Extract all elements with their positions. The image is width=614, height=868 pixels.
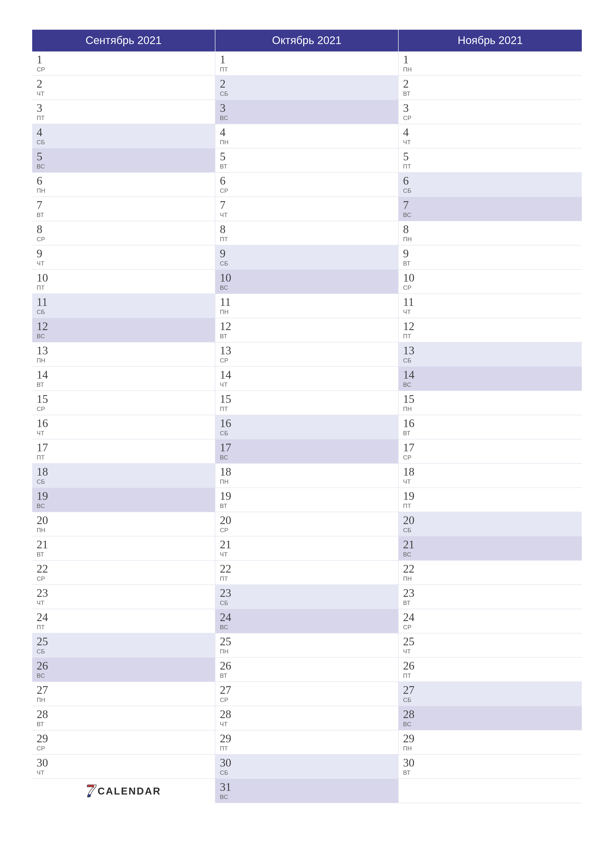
month-header: Ноябрь 2021 (399, 30, 582, 51)
day-cell: 28ВС (399, 706, 582, 730)
day-of-week-label: ЧТ (37, 90, 215, 97)
day-cell: 14ВТ (32, 367, 215, 391)
day-number: 22 (403, 563, 582, 575)
day-cell: 27СР (215, 682, 399, 706)
day-number: 7 (37, 199, 215, 211)
day-cell: 18ЧТ (399, 464, 582, 488)
day-number: 8 (220, 223, 398, 235)
day-number: 1 (37, 54, 215, 65)
month-column: Сентябрь 20211СР2ЧТ3ПТ4СБ5ВС6ПН7ВТ8СР9ЧТ… (32, 30, 215, 803)
day-of-week-label: СР (403, 115, 582, 121)
day-cell: 6ПН (32, 173, 215, 197)
day-number: 28 (403, 708, 582, 720)
day-number: 12 (220, 321, 398, 332)
month-header: Сентябрь 2021 (32, 30, 215, 51)
day-cell: 1СР (32, 51, 215, 76)
day-cell: 20ПН (32, 512, 215, 536)
day-number: 14 (220, 369, 398, 381)
day-of-week-label: СР (220, 696, 398, 704)
day-of-week-label: СР (37, 575, 215, 582)
day-of-week-label: ПН (403, 66, 582, 73)
day-of-week-label: СБ (220, 769, 398, 776)
day-number: 16 (220, 417, 398, 429)
month-header: Октябрь 2021 (215, 30, 399, 51)
day-of-week-label: ВС (403, 551, 582, 558)
day-cell: 16ВТ (399, 415, 582, 439)
day-number: 8 (403, 223, 582, 235)
day-cell: 22СР (32, 561, 215, 585)
day-number: 25 (37, 636, 215, 648)
day-cell: 28ВТ (32, 706, 215, 730)
day-of-week-label: ВТ (220, 333, 398, 340)
day-number: 17 (220, 442, 398, 454)
day-of-week-label: ПН (403, 575, 582, 582)
day-cell: 24ПТ (32, 609, 215, 634)
day-of-week-label: ВС (220, 115, 398, 121)
day-of-week-label: ПТ (37, 624, 215, 631)
day-of-week-label: ЧТ (220, 551, 398, 558)
day-of-week-label: ПН (403, 745, 582, 752)
day-of-week-label: ПТ (403, 672, 582, 679)
day-cell: 10СР (399, 270, 582, 294)
day-cell: 19ПТ (399, 488, 582, 512)
day-of-week-label: ПТ (37, 454, 215, 461)
day-cell: 4ЧТ (399, 124, 582, 149)
day-of-week-label: СР (220, 527, 398, 534)
day-of-week-label: ВТ (403, 260, 582, 267)
day-number: 21 (220, 539, 398, 550)
day-number: 30 (37, 757, 215, 769)
day-number: 24 (220, 611, 398, 623)
day-cell: 15СР (32, 391, 215, 415)
day-of-week-label: ПТ (220, 236, 398, 243)
day-cell: 24СР (399, 609, 582, 634)
day-of-week-label: ВТ (220, 163, 398, 170)
day-cell: 31ВС (215, 779, 399, 803)
day-cell: 13ПН (32, 343, 215, 367)
day-number: 3 (220, 102, 398, 114)
day-of-week-label: ВТ (220, 672, 398, 679)
day-cell: 27ПН (32, 682, 215, 706)
day-of-week-label: ПТ (403, 502, 582, 510)
day-number: 10 (220, 272, 398, 284)
day-cell: 11СБ (32, 294, 215, 318)
day-cell: 3ПТ (32, 100, 215, 124)
day-cell: 3СР (399, 100, 582, 124)
day-number: 11 (220, 296, 398, 308)
day-cell: 24ВС (215, 609, 399, 634)
day-of-week-label: СБ (37, 308, 215, 315)
day-number: 26 (37, 660, 215, 672)
day-number: 27 (37, 684, 215, 696)
day-of-week-label: СБ (220, 90, 398, 97)
day-number: 11 (37, 296, 215, 308)
day-number: 13 (220, 345, 398, 356)
day-of-week-label: ЧТ (37, 769, 215, 776)
day-number: 9 (37, 248, 215, 260)
day-of-week-label: СБ (403, 696, 582, 704)
day-number: 7 (403, 199, 582, 211)
day-number: 24 (403, 611, 582, 623)
day-cell: 29ПТ (215, 730, 399, 755)
day-of-week-label: ВТ (403, 430, 582, 437)
day-cell: 9ЧТ (32, 245, 215, 270)
day-number: 4 (220, 126, 398, 138)
day-cell: 7ВС (399, 197, 582, 221)
day-of-week-label: ВТ (37, 381, 215, 388)
day-number: 18 (403, 466, 582, 478)
day-number: 6 (37, 175, 215, 187)
day-cell: 16ЧТ (32, 415, 215, 439)
day-cell: 12ПТ (399, 318, 582, 343)
day-cell: 2СБ (215, 76, 399, 100)
calendar-planner: Сентябрь 20211СР2ЧТ3ПТ4СБ5ВС6ПН7ВТ8СР9ЧТ… (32, 30, 582, 838)
day-cell: 25СБ (32, 634, 215, 658)
day-cell: 5ВТ (215, 149, 399, 173)
day-cell: 10ВС (215, 270, 399, 294)
day-of-week-label: ЧТ (220, 721, 398, 728)
day-number: 20 (220, 515, 398, 526)
day-number: 16 (403, 417, 582, 429)
day-of-week-label: ВС (37, 502, 215, 510)
day-cell: 23ЧТ (32, 585, 215, 609)
day-number: 23 (220, 587, 398, 599)
day-number: 24 (37, 611, 215, 623)
day-of-week-label: СР (37, 66, 215, 73)
day-number: 21 (403, 539, 582, 550)
